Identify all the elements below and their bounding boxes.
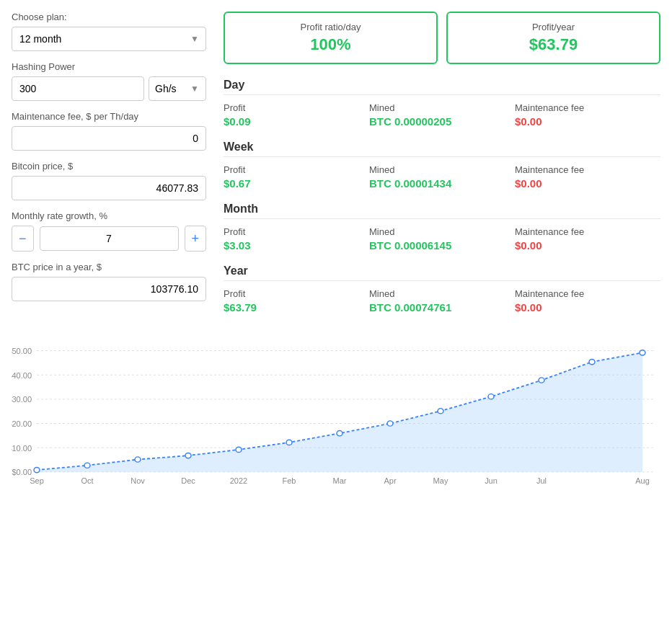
svg-point-15 [135,457,141,462]
period-title: Week [224,141,660,157]
period-mined-col: Mined BTC 0.00001434 [369,164,515,190]
period-profit-col: Profit $0.67 [224,164,369,190]
hashing-power-label: Hashing Power [12,61,206,72]
period-profit-label: Profit [224,102,369,113]
hashing-unit-wrapper: Gh/s Th/s Ph/s ▼ [149,76,206,101]
period-section-day: Day Profit $0.09 Mined BTC 0.00000205 Ma… [224,79,660,128]
monthly-rate-input[interactable] [40,226,179,251]
profit-ratio-label: Profit ratio/day [236,22,425,32]
period-section-week: Week Profit $0.67 Mined BTC 0.00001434 M… [224,141,660,190]
period-maintenance-label: Maintenance fee [515,288,660,299]
svg-point-24 [589,359,595,364]
svg-text:May: May [433,477,449,485]
period-mined-col: Mined BTC 0.00000205 [369,102,515,128]
monthly-rate-label: Monthly rate growth, % [12,210,206,221]
period-profit-label: Profit [224,288,369,299]
period-row: Profit $63.79 Mined BTC 0.00074761 Maint… [224,288,660,314]
period-maintenance-value: $0.00 [515,239,660,252]
period-section-month: Month Profit $3.03 Mined BTC 0.00006145 … [224,203,660,252]
svg-point-20 [387,421,393,426]
svg-text:2022: 2022 [230,477,248,485]
svg-text:Apr: Apr [384,477,397,485]
periods-container: Day Profit $0.09 Mined BTC 0.00000205 Ma… [224,79,660,314]
profit-year-value: $63.79 [459,35,647,54]
svg-point-19 [337,431,342,436]
period-profit-value: $0.67 [224,177,369,190]
period-profit-col: Profit $63.79 [224,288,369,314]
period-profit-value: $63.79 [224,301,369,314]
period-mined-col: Mined BTC 0.00074761 [369,288,515,314]
svg-text:Jun: Jun [485,477,498,485]
svg-text:Dec: Dec [181,477,195,485]
period-mined-label: Mined [369,288,515,299]
period-title: Year [224,265,660,281]
svg-text:Aug: Aug [635,477,650,485]
period-mined-label: Mined [369,102,515,113]
svg-text:$40.00: $40.00 [12,371,32,379]
period-profit-value: $3.03 [224,239,369,252]
period-maintenance-col: Maintenance fee $0.00 [515,288,660,314]
hashing-input[interactable] [12,76,144,101]
period-title: Month [224,203,660,219]
plan-select[interactable]: 12 month 6 month 3 month 1 month [12,27,206,51]
chart-container: $0.00 $10.00 $20.00 $30.00 $40.00 $50.00… [12,341,660,487]
profit-ratio-box: Profit ratio/day 100% [224,12,438,64]
svg-point-21 [438,409,443,414]
svg-text:Jul: Jul [536,477,547,485]
period-row: Profit $0.67 Mined BTC 0.00001434 Mainte… [224,164,660,190]
svg-text:Sep: Sep [30,477,44,485]
period-maintenance-label: Maintenance fee [515,164,660,175]
period-section-year: Year Profit $63.79 Mined BTC 0.00074761 … [224,265,660,314]
btc-year-label: BTC price in a year, $ [12,262,206,272]
period-profit-col: Profit $3.03 [224,226,369,252]
maintenance-fee-label: Maintenance fee, $ per Th/day [12,111,206,122]
period-mined-label: Mined [369,226,515,237]
svg-text:$10.00: $10.00 [12,444,32,452]
svg-text:Oct: Oct [81,477,93,485]
period-mined-label: Mined [369,164,515,175]
svg-point-16 [185,453,191,458]
period-mined-value: BTC 0.00006145 [369,239,515,252]
period-profit-label: Profit [224,226,369,237]
rate-increase-button[interactable]: + [185,226,207,252]
bitcoin-price-label: Bitcoin price, $ [12,161,206,172]
period-mined-col: Mined BTC 0.00006145 [369,226,515,252]
rate-decrease-button[interactable]: − [12,226,34,252]
svg-point-23 [539,378,544,383]
period-maintenance-col: Maintenance fee $0.00 [515,102,660,128]
maintenance-fee-input[interactable] [12,126,206,151]
stat-boxes: Profit ratio/day 100% Profit/year $63.79 [224,12,660,64]
svg-point-22 [488,394,494,399]
bitcoin-price-input[interactable] [12,176,206,200]
period-row: Profit $3.03 Mined BTC 0.00006145 Mainte… [224,226,660,252]
hashing-unit-select[interactable]: Gh/s Th/s Ph/s [149,76,206,101]
period-maintenance-value: $0.00 [515,115,660,128]
period-mined-value: BTC 0.00001434 [369,177,515,190]
btc-year-input[interactable] [12,277,206,301]
svg-text:$0.00: $0.00 [12,468,32,476]
period-maintenance-value: $0.00 [515,301,660,314]
period-title: Day [224,79,660,95]
period-maintenance-label: Maintenance fee [515,226,660,237]
period-profit-col: Profit $0.09 [224,102,369,128]
svg-point-13 [34,467,40,472]
svg-point-25 [640,350,645,355]
svg-point-18 [286,440,292,445]
svg-text:$50.00: $50.00 [12,347,32,355]
svg-text:$30.00: $30.00 [12,396,32,404]
period-profit-value: $0.09 [224,115,369,128]
svg-point-17 [236,447,242,452]
period-profit-label: Profit [224,164,369,175]
svg-text:Nov: Nov [131,477,145,485]
monthly-rate-row: − + [12,226,206,252]
period-mined-value: BTC 0.00074761 [369,301,515,314]
period-row: Profit $0.09 Mined BTC 0.00000205 Mainte… [224,102,660,128]
hashing-row: Gh/s Th/s Ph/s ▼ [12,76,206,101]
period-maintenance-value: $0.00 [515,177,660,190]
period-mined-value: BTC 0.00000205 [369,115,515,128]
svg-text:$20.00: $20.00 [12,420,32,428]
chart-svg: $0.00 $10.00 $20.00 $30.00 $40.00 $50.00… [12,341,660,485]
profit-ratio-value: 100% [236,35,425,54]
choose-plan-label: Choose plan: [12,12,206,22]
period-maintenance-label: Maintenance fee [515,102,660,113]
